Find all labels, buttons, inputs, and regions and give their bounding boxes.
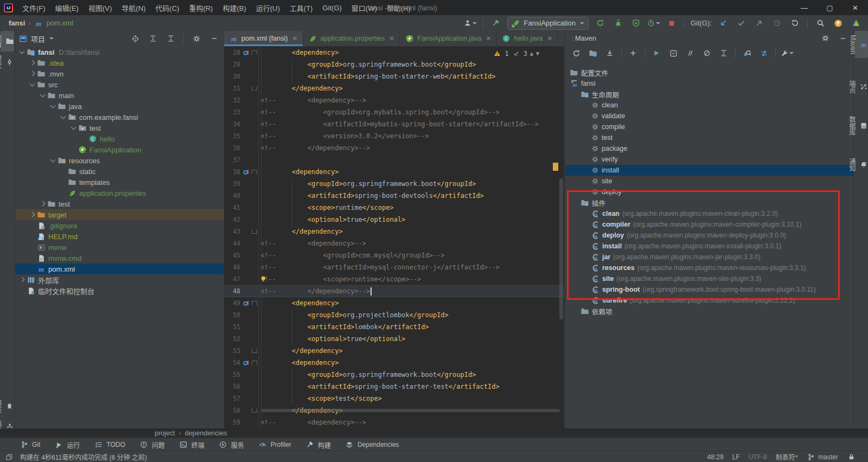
editor-tab-application.properties[interactable]: application.properties✕	[303, 31, 400, 46]
fold-marker-icon[interactable]	[252, 229, 257, 234]
maven-tree-row-生命周期[interactable]: 生命周期	[565, 89, 854, 100]
next-issue-icon[interactable]: ▼	[536, 50, 539, 56]
fold-marker-icon[interactable]	[252, 361, 257, 365]
tab-options-icon[interactable]: ⋮	[558, 31, 564, 46]
editor-tab-FansiApplication.java[interactable]: FansiApplication.java✕	[400, 31, 496, 46]
chevron-icon[interactable]	[28, 80, 36, 89]
chevron-icon[interactable]	[17, 275, 26, 284]
maven-tree-row-resources[interactable]: mresources(org.apache.maven.plugins:mave…	[565, 262, 854, 273]
code-line-39[interactable]: 39 <groupId>org.springframework.boot</gr…	[224, 178, 564, 190]
git-update-button[interactable]	[717, 17, 730, 29]
maven-tree-row-依赖项[interactable]: 依赖项	[565, 306, 854, 317]
coverage-button[interactable]	[629, 17, 642, 29]
editor-tab-pom.xml (fansi)[interactable]: mpom.xml (fansi)✕	[224, 31, 303, 46]
project-tree-row-FansiApplication[interactable]: FansiApplication	[15, 144, 224, 155]
maven-tree-row-test[interactable]: test	[565, 132, 854, 143]
maven-plus-button[interactable]	[627, 47, 640, 59]
gear-button[interactable]	[819, 33, 832, 44]
code-line-40[interactable]: 40 <artifactId>spring-boot-devtools</art…	[224, 190, 564, 202]
maven-tree-row-site[interactable]: site	[565, 176, 854, 187]
fold-marker-icon[interactable]	[252, 408, 257, 413]
code-editor[interactable]: 28 <dependency>29 <groupId>org.springfra…	[224, 47, 564, 419]
code-line-33[interactable]: 33<!-- <groupId>org.mybatis.spring.boot<…	[224, 106, 564, 118]
code-line-52[interactable]: 52 <optional>true</optional>	[224, 333, 564, 345]
update-badge-button[interactable]	[832, 17, 845, 29]
maven-tree-row-install[interactable]: install	[565, 165, 854, 176]
project-tree-row-target[interactable]: target	[15, 209, 224, 220]
project-tree-row-pom.xml[interactable]: mpom.xml	[15, 264, 224, 274]
code-line-29[interactable]: 29 <groupId>org.springframework.boot</gr…	[224, 59, 564, 70]
code-line-44[interactable]: 44<!-- <dependency>-->	[224, 238, 564, 249]
project-tree-row-test[interactable]: test	[15, 123, 224, 133]
fold-marker-icon[interactable]	[252, 170, 257, 174]
drag-handle-icon[interactable]: ⋮	[570, 37, 575, 40]
chevron-icon[interactable]	[38, 200, 47, 208]
project-view-icon[interactable]	[18, 34, 28, 43]
menu-导航(N)[interactable]: 导航(N)	[117, 0, 150, 15]
tool-window-button-Profiler[interactable]: Profiler	[258, 440, 291, 450]
tool-stripe-通知[interactable]: 通知	[854, 155, 868, 175]
project-tree-row-com.example.fansi[interactable]: com.example.fansi	[15, 112, 224, 123]
code-line-54[interactable]: 54 <dependency>	[224, 357, 564, 369]
code-line-53[interactable]: 53 </dependency>	[224, 345, 564, 357]
menu-视图(V)[interactable]: 视图(V)	[84, 0, 117, 15]
maven-tree-row-compiler[interactable]: mcompiler(org.apache.maven.plugins:maven…	[565, 219, 854, 230]
rerun-button[interactable]	[593, 17, 607, 29]
menu-工具(T)[interactable]: 工具(T)	[285, 0, 318, 15]
tool-window-button-问题[interactable]: 问题	[139, 440, 165, 450]
project-tree-row-static[interactable]: static	[15, 166, 224, 177]
maven-offline-button[interactable]	[700, 47, 713, 59]
code-line-30[interactable]: 30 <artifactId>spring-boot-starter-web</…	[224, 70, 564, 82]
status-lock[interactable]	[847, 452, 856, 461]
menu-Git(G)[interactable]: Git(G)	[317, 0, 346, 15]
chevron-icon[interactable]	[17, 48, 26, 56]
collapse-all-button[interactable]	[164, 33, 177, 44]
status-LF[interactable]: LF	[732, 453, 740, 461]
maven-collapse-all-button[interactable]	[717, 47, 730, 59]
chevron-icon[interactable]	[28, 59, 36, 67]
project-tree-row-.mvn[interactable]: .mvn	[15, 68, 224, 79]
chevron-icon[interactable]	[48, 156, 57, 165]
maven-tree-row-插件[interactable]: 插件	[565, 197, 854, 208]
minimize-button[interactable]	[837, 33, 850, 44]
expand-all-button[interactable]	[146, 33, 159, 44]
chevron-icon[interactable]	[48, 102, 57, 111]
code-line-59[interactable]: 59<!-- <dependency>-->	[224, 416, 564, 428]
maven-tree-row-clean[interactable]: mclean(org.apache.maven.plugins:maven-cl…	[565, 208, 854, 219]
project-tree-row-fansi[interactable]: fansiD:\fansi\fansi	[15, 47, 224, 57]
horizontal-scrollbar[interactable]	[260, 409, 560, 412]
maven-play-button[interactable]	[650, 47, 663, 59]
fold-marker-icon[interactable]	[252, 301, 257, 305]
chevron-down-icon[interactable]	[49, 37, 54, 40]
maven-tree-row-deploy[interactable]: deploy	[565, 187, 854, 197]
project-tree-row-templates[interactable]: templates	[15, 177, 224, 188]
chevron-icon[interactable]	[69, 124, 78, 132]
code-line-57[interactable]: 57 <scope>test</scope>	[224, 393, 564, 405]
status-UTF-8[interactable]: UTF-8	[749, 453, 767, 461]
maven-tree-row-clean[interactable]: clean	[565, 100, 854, 111]
profiler-button[interactable]	[647, 17, 660, 29]
chevron-icon[interactable]	[59, 113, 67, 121]
maven-tree-row-surefire[interactable]: msurefire(org.apache.maven.plugins:maven…	[565, 295, 854, 306]
code-line-49[interactable]: 49 <dependency>	[224, 297, 564, 309]
code-line-35[interactable]: 35<!-- <version>3.0.2</version>-->	[224, 130, 564, 142]
chevron-icon[interactable]	[38, 91, 47, 100]
prev-issue-icon[interactable]: ▲	[530, 50, 533, 56]
rollback-button[interactable]	[788, 17, 801, 29]
maven-dependency-gutter-icon[interactable]	[242, 300, 250, 307]
menu-文件(F)[interactable]: 文件(F)	[17, 0, 50, 15]
xml-breadcrumb-project[interactable]: project	[155, 429, 175, 437]
maven-skip-tests-button[interactable]	[684, 47, 697, 59]
code-line-55[interactable]: 55 <groupId>org.springframework.boot</gr…	[224, 369, 564, 381]
maven-tree-row-spring-boot[interactable]: mspring-boot(org.springframework.boot:sp…	[565, 284, 854, 295]
debug-button[interactable]	[611, 17, 624, 29]
maven-tree-row-site[interactable]: msite(org.apache.maven.plugins:maven-sit…	[565, 273, 854, 284]
git-push-button[interactable]	[752, 17, 765, 29]
git-commit-button[interactable]	[735, 17, 748, 29]
maven-tree-row-fansi[interactable]: mfansi	[565, 78, 854, 89]
search-button[interactable]	[814, 17, 827, 29]
project-tree-row-java[interactable]: java	[15, 101, 224, 112]
maven-dependency-gutter-icon[interactable]	[242, 169, 250, 176]
editor-tab-hello.java[interactable]: Chello.java✕	[497, 31, 558, 46]
maximize-button[interactable]: ▢	[817, 0, 843, 15]
